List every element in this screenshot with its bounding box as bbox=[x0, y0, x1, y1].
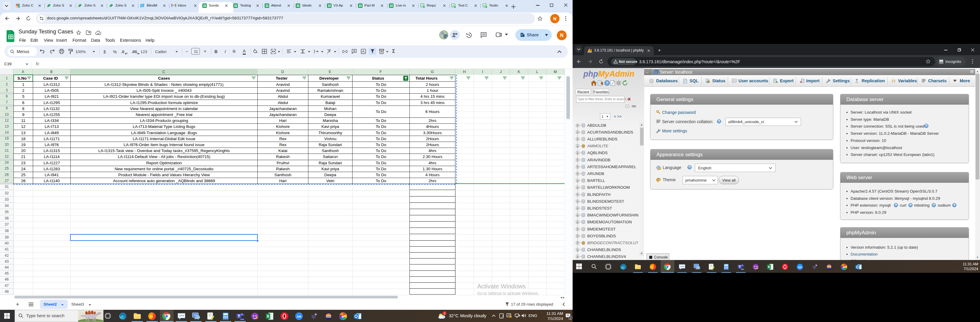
svg-text:?: ? bbox=[606, 81, 608, 85]
svg-text:zm: zm bbox=[297, 314, 301, 318]
svg-text:zm: zm bbox=[798, 266, 802, 269]
svg-text:NEW: NEW bbox=[240, 318, 245, 320]
svg-text:NEW: NEW bbox=[741, 269, 745, 270]
